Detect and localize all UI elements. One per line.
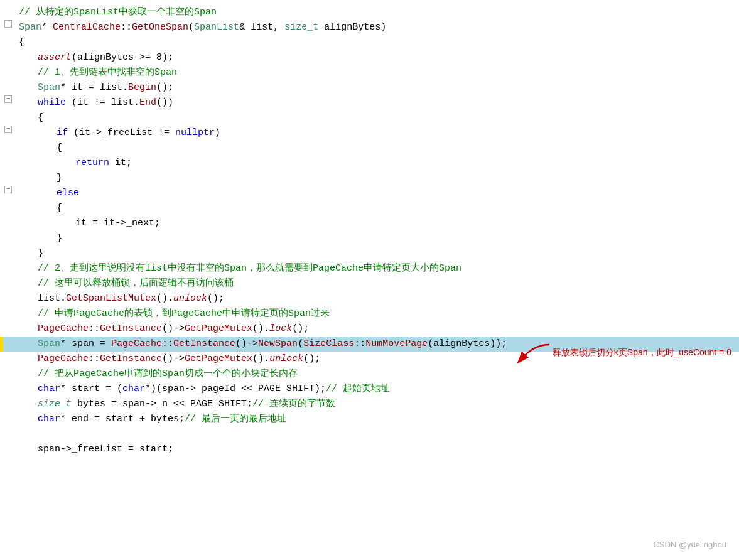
token-fn: NewSpan [258, 338, 298, 349]
token-comment-zh: // 申请PageCache的表锁，到PageCache中申请特定页的Span过… [38, 308, 330, 319]
yellow-marker [0, 337, 3, 352]
token-normal: * span = [60, 338, 111, 349]
code-line: −while (it != list.End()) [0, 95, 739, 110]
code-line: // 1、先到链表中找非空的Span [0, 65, 739, 80]
token-normal: (); [292, 323, 309, 334]
token-normal: :: [354, 338, 365, 349]
annotation-text: 释放表锁后切分k页Span，此时_useCount = 0 [553, 346, 731, 360]
code-content: } [54, 171, 739, 185]
code-content: // 这里可以释放桶锁，后面逻辑不再访问该桶 [35, 276, 739, 291]
code-line: } [0, 171, 739, 186]
code-content: { [54, 201, 739, 215]
code-container: // 从特定的SpanList中获取一个非空的Span−Span* Centra… [0, 0, 739, 560]
token-normal: } [38, 248, 43, 259]
code-content: } [35, 246, 739, 261]
token-fn-italic: unlock [269, 353, 303, 364]
token-normal: ( [298, 338, 303, 349]
token-normal: ()-> [235, 338, 258, 349]
token-normal: ) [215, 127, 220, 138]
token-normal: (); [156, 82, 173, 93]
token-normal: { [57, 143, 62, 153]
token-fn: PageCache [38, 323, 89, 334]
annotation-container: 释放表锁后切分k页Span，此时_useCount = 0 [515, 342, 731, 363]
token-comment-zh: // 2、走到这里说明没有list中没有非空的Span，那么就需要到PageCa… [38, 263, 461, 274]
token-type: Span [38, 338, 60, 349]
token-normal: *)(span->_pageId << PAGE_SHIFT); [145, 384, 326, 394]
code-content: char* end = start + bytes;// 最后一页的最后地址 [35, 412, 739, 426]
code-content: list.GetSpanListMutex().unlock(); [35, 291, 739, 306]
token-normal: (). [252, 353, 269, 364]
code-content: Span* CentralCache::GetOneSpan(SpanList&… [16, 20, 739, 35]
code-line: Span* it = list.Begin(); [0, 80, 739, 95]
token-kw: if [57, 127, 68, 138]
token-normal: } [57, 173, 62, 183]
code-line: −else [0, 186, 739, 201]
token-fn-italic: lock [269, 323, 292, 334]
code-content: return it; [73, 156, 739, 170]
token-fn: GetPageMutex [185, 353, 252, 364]
token-fn: GetOneSpan [132, 22, 188, 33]
token-normal: (); [303, 353, 320, 364]
token-comment-zh: // 1、先到链表中找非空的Span [38, 67, 177, 78]
code-line: span->_freeList = start; [0, 442, 739, 457]
token-type: Span [19, 22, 41, 33]
fold-button[interactable]: − [4, 186, 12, 193]
token-fn: GetPageMutex [185, 323, 252, 334]
fold-button[interactable]: − [4, 95, 12, 103]
token-normal: (alignBytes >= 8); [72, 52, 173, 63]
code-content: // 申请PageCache的表锁，到PageCache中申请特定页的Span过… [35, 306, 739, 321]
token-normal: :: [89, 353, 100, 364]
token-normal: bytes = span->_n << PAGE_SHIFT; [72, 399, 252, 409]
code-line: { [0, 110, 739, 126]
code-line: // 2、走到这里说明没有list中没有非空的Span，那么就需要到PageCa… [0, 261, 739, 276]
code-content: { [54, 141, 739, 155]
code-line: −if (it->_freeList != nullptr) [0, 126, 739, 141]
token-kw: nullptr [175, 127, 215, 138]
token-normal: ()) [156, 97, 173, 108]
code-content: // 1、先到链表中找非空的Span [35, 65, 739, 80]
code-content: Span* it = list.Begin(); [35, 80, 739, 95]
token-kw: while [38, 97, 66, 108]
code-line: // 把从PageCache申请到的Span切成一个个的小块定长内存 [0, 367, 739, 382]
token-normal: { [38, 112, 43, 123]
code-line: PageCache::GetInstance()->GetPageMutex()… [0, 321, 739, 337]
token-fn: GetInstance [100, 353, 162, 364]
code-content: while (it != list.End()) [35, 95, 739, 110]
token-normal: (it->_freeList != [68, 127, 175, 138]
code-line: return it; [0, 156, 739, 171]
code-line: char* end = start + bytes;// 最后一页的最后地址 [0, 412, 739, 427]
token-kw: else [57, 188, 79, 198]
fold-button[interactable]: − [4, 20, 12, 28]
code-content: { [16, 35, 739, 50]
code-line [0, 427, 739, 442]
watermark: CSDN @yuelinghou [653, 539, 726, 551]
token-normal: (it != list. [66, 97, 139, 108]
code-content: { [35, 110, 739, 125]
token-fn: NumMovePage [365, 338, 428, 349]
token-type: SpanList [194, 22, 239, 33]
token-normal: { [19, 37, 24, 48]
code-content: PageCache::GetInstance()->GetPageMutex()… [35, 321, 739, 336]
fold-column: − [0, 126, 16, 133]
code-content: // 把从PageCache申请到的Span切成一个个的小块定长内存 [35, 367, 739, 381]
token-fn-italic: assert [38, 52, 72, 63]
code-line: −Span* CentralCache::GetOneSpan(SpanList… [0, 20, 739, 35]
code-content: else [54, 186, 739, 200]
fold-button[interactable]: − [4, 126, 12, 133]
fold-column: − [0, 95, 16, 103]
token-normal: ()-> [162, 353, 185, 364]
fold-column: − [0, 20, 16, 28]
code-content: // 从特定的SpanList中获取一个非空的Span [16, 5, 739, 19]
token-comment-zh: // 从特定的SpanList中获取一个非空的Span [19, 7, 217, 18]
token-fn: PageCache [111, 338, 162, 349]
token-normal: * it = list. [60, 82, 128, 93]
token-normal: span->_freeList = start; [38, 444, 173, 455]
arrow-svg [515, 342, 553, 363]
token-normal: ( [188, 22, 194, 33]
code-content: assert(alignBytes >= 8); [35, 50, 739, 65]
token-normal: :: [89, 323, 100, 334]
token-fn-italic: unlock [173, 293, 207, 304]
token-fn: Begin [128, 82, 156, 93]
token-fn: GetSpanListMutex [66, 293, 156, 304]
code-content: char* start = (char*)(span->_pageId << P… [35, 382, 739, 396]
